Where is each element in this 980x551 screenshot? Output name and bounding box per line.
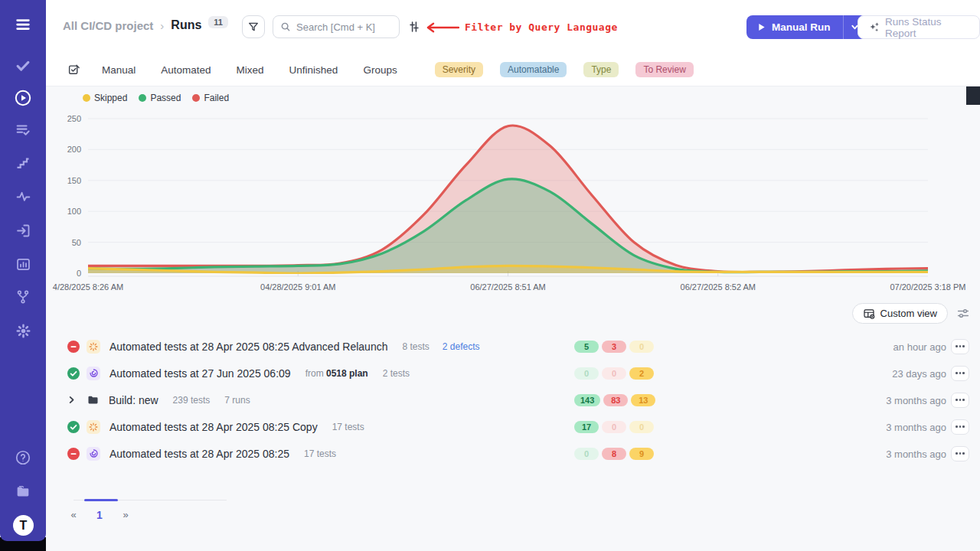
breadcrumb-project[interactable]: All CI/CD project: [63, 19, 153, 32]
run-row[interactable]: Build: new239 tests7 runs14383133 months…: [46, 386, 980, 413]
autorun-spinner-icon: [87, 420, 100, 434]
badge-yellow: 0: [629, 341, 654, 353]
result-badges: 089: [574, 448, 654, 460]
pill-type[interactable]: Type: [583, 62, 619, 77]
result-badges: 002: [574, 367, 654, 380]
manual-run-button[interactable]: Manual Run: [746, 15, 843, 39]
run-tests-count: 239 tests: [173, 395, 211, 406]
legend-dot: [139, 94, 146, 102]
x-tick-label: 06/27/2025 8:52 AM: [681, 282, 756, 292]
badge-green: 143: [574, 394, 600, 406]
x-tick-label: 04/28/2025 9:01 AM: [260, 282, 335, 292]
x-tick-label: 06/27/2025 8:51 AM: [470, 282, 545, 292]
legend-label: Skipped: [94, 93, 127, 103]
sidebar-item-runs[interactable]: [0, 84, 46, 112]
tab-mixed[interactable]: Mixed: [237, 64, 264, 76]
legend-item-skipped[interactable]: Skipped: [83, 93, 127, 103]
scrollbar-thumb[interactable]: [966, 86, 980, 105]
sidebar-item-plans[interactable]: [0, 116, 46, 144]
pagination-first[interactable]: «: [66, 509, 81, 521]
tab-unfinished[interactable]: Unfinished: [289, 64, 338, 76]
legend-label: Passed: [150, 93, 181, 103]
legend-item-passed[interactable]: Passed: [139, 93, 181, 103]
logo[interactable]: T: [13, 515, 34, 536]
row-more-button[interactable]: [951, 446, 969, 461]
pagination-last[interactable]: »: [118, 509, 133, 521]
status-failed-icon: [67, 448, 80, 460]
sidebar-item-analytics[interactable]: [0, 250, 46, 278]
x-tick-label: 4/28/2025 8:26 AM: [53, 282, 123, 292]
badge-red: 0: [602, 421, 626, 433]
run-tests-count: 2 tests: [383, 368, 410, 379]
run-tests-count: 8 tests: [402, 341, 429, 352]
run-name[interactable]: Build: new: [109, 394, 158, 406]
y-tick-label: 250: [47, 114, 81, 123]
funnel-icon: [247, 21, 260, 33]
run-name[interactable]: Automated tests at 27 Jun 2025 06:09: [109, 367, 291, 380]
row-more-button[interactable]: [951, 393, 969, 408]
folder-icon: [87, 393, 100, 406]
expand-chevron-icon[interactable]: [67, 396, 80, 404]
run-row[interactable]: Automated tests at 28 Apr 2025 08:2517 t…: [46, 440, 980, 467]
list-settings-icon[interactable]: [956, 307, 970, 323]
sparkles-icon: [868, 21, 880, 33]
custom-view-label: Custom view: [880, 308, 937, 319]
sidebar-item-tests[interactable]: [0, 52, 46, 80]
annotation-text: Filter by Query Language: [465, 21, 618, 33]
run-row[interactable]: Automated tests at 28 Apr 2025 08:25 Cop…: [46, 413, 980, 440]
search-input[interactable]: [296, 21, 392, 33]
pill-severity[interactable]: Severity: [435, 62, 483, 77]
runs-list: Automated tests at 28 Apr 2025 08:25 Adv…: [46, 333, 980, 467]
legend-label: Failed: [204, 93, 229, 103]
legend-dot: [83, 94, 90, 102]
filter-button[interactable]: [242, 15, 265, 38]
row-more-button[interactable]: [951, 419, 969, 435]
sidebar-item-imports[interactable]: [0, 217, 46, 244]
run-name[interactable]: Automated tests at 28 Apr 2025 08:25 Adv…: [109, 341, 387, 353]
run-timestamp: 23 days ago: [892, 367, 946, 379]
badge-green: 0: [574, 367, 599, 380]
legend-dot: [192, 94, 200, 102]
run-name[interactable]: Automated tests at 28 Apr 2025 08:25: [109, 448, 289, 460]
sidebar-item-milestones[interactable]: [0, 183, 46, 210]
pagination: « 1 »: [66, 494, 250, 532]
sidebar: T: [0, 0, 46, 541]
tab-groups[interactable]: Groups: [363, 64, 397, 76]
plan-run-icon: [87, 367, 100, 380]
row-more-button[interactable]: [951, 339, 969, 354]
runs-count-badge: 11: [208, 16, 228, 28]
run-row[interactable]: Automated tests at 27 Jun 2025 06:09from…: [46, 360, 980, 386]
autorun-spinner-icon: [87, 340, 100, 354]
legend-item-failed[interactable]: Failed: [192, 93, 229, 103]
query-filter-icon[interactable]: [408, 21, 420, 36]
y-tick-label: 100: [47, 207, 81, 216]
docs-icon[interactable]: [0, 478, 46, 505]
run-name[interactable]: Automated tests at 28 Apr 2025 08:25 Cop…: [109, 421, 318, 433]
status-failed-icon: [67, 341, 80, 353]
run-timestamp: 3 months ago: [886, 394, 946, 406]
runs-status-report-label: Runs Status Report: [885, 16, 969, 39]
tab-automated[interactable]: Automated: [161, 64, 211, 76]
select-runs-icon[interactable]: [67, 63, 81, 77]
pagination-page-1[interactable]: 1: [92, 509, 107, 521]
help-icon[interactable]: [0, 444, 46, 471]
row-more-button[interactable]: [951, 366, 969, 381]
manual-run-label: Manual Run: [772, 21, 831, 33]
run-row[interactable]: Automated tests at 28 Apr 2025 08:25 Adv…: [46, 333, 980, 360]
runs-status-report-button[interactable]: Runs Status Report: [858, 15, 980, 39]
chart-plot[interactable]: [88, 111, 928, 279]
sidebar-item-steps[interactable]: [0, 149, 46, 177]
filter-pills: Severity Automatable Type To Review: [435, 62, 694, 77]
menu-icon[interactable]: [0, 11, 46, 38]
tab-manual[interactable]: Manual: [102, 64, 136, 76]
sidebar-item-settings[interactable]: [0, 317, 46, 344]
custom-view-button[interactable]: Custom view: [852, 303, 948, 324]
run-timestamp: 3 months ago: [886, 448, 946, 459]
defects-link[interactable]: 2 defects: [443, 341, 480, 352]
pill-automatable[interactable]: Automatable: [500, 62, 567, 77]
sidebar-item-branches[interactable]: [0, 283, 46, 311]
badge-red: 3: [602, 341, 626, 353]
pill-to-review[interactable]: To Review: [635, 62, 693, 77]
runs-chart-section: SkippedPassedFailed 050100150200250 4/28…: [46, 86, 980, 302]
run-tests-count: 17 tests: [304, 448, 336, 459]
